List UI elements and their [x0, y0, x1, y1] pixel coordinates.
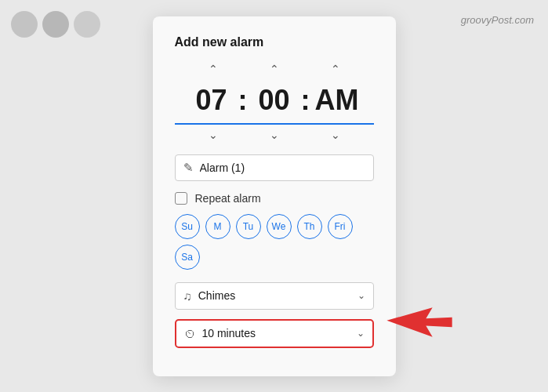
- snooze-value: 10 minutes: [202, 327, 357, 339]
- sound-value: Chimes: [198, 289, 357, 302]
- snooze-icon: ⏲: [184, 327, 196, 340]
- day-sunday[interactable]: Su: [175, 214, 200, 239]
- alarm-name-row: ✎: [175, 154, 374, 181]
- day-wednesday[interactable]: We: [267, 214, 292, 239]
- ampm-display[interactable]: AM: [314, 84, 361, 117]
- bg-circle-1: [11, 11, 38, 38]
- background-circles: [0, 0, 125, 47]
- time-picker: ⌃ ⌃ ⌃ 07 : 00 : AM ⌄ ⌄ ⌄: [175, 62, 374, 142]
- ampm-down-button[interactable]: ⌄: [325, 128, 347, 142]
- down-arrows-row: ⌄ ⌄ ⌄: [175, 128, 374, 142]
- repeat-label: Repeat alarm: [195, 192, 261, 205]
- sound-icon: ♫: [183, 289, 192, 303]
- sound-dropdown[interactable]: ♫ Chimes ⌄: [175, 282, 374, 310]
- watermark: groovyPost.com: [461, 14, 534, 26]
- bg-circle-2: [42, 11, 69, 38]
- minutes-down-button[interactable]: ⌄: [263, 128, 285, 142]
- panel-title: Add new alarm: [175, 35, 374, 49]
- day-saturday[interactable]: Sa: [175, 245, 200, 270]
- red-arrow-svg: [380, 304, 459, 343]
- minutes-up-button[interactable]: ⌃: [263, 62, 285, 76]
- colon-2: :: [298, 84, 314, 117]
- snooze-chevron-icon: ⌄: [357, 328, 365, 339]
- repeat-alarm-row: Repeat alarm: [175, 192, 374, 205]
- day-thursday[interactable]: Th: [297, 214, 322, 239]
- days-row: Su M Tu We Th Fri Sa: [175, 214, 374, 270]
- svg-marker-0: [387, 307, 452, 337]
- ampm-up-button[interactable]: ⌃: [325, 62, 347, 76]
- up-arrows-row: ⌃ ⌃ ⌃: [175, 62, 374, 76]
- sound-chevron-icon: ⌄: [357, 290, 365, 301]
- hours-down-button[interactable]: ⌄: [202, 128, 224, 142]
- snooze-dropdown[interactable]: ⏲ 10 minutes ⌄: [175, 319, 374, 348]
- day-friday[interactable]: Fri: [328, 214, 353, 239]
- alarm-name-input[interactable]: [200, 162, 365, 174]
- add-alarm-panel: Add new alarm ⌃ ⌃ ⌃ 07 : 00 : AM ⌄ ⌄ ⌄ ✎…: [153, 16, 396, 376]
- bg-circle-3: [74, 11, 100, 38]
- time-display: 07 : 00 : AM: [175, 79, 374, 125]
- hours-display[interactable]: 07: [188, 84, 235, 117]
- arrow-annotation: [380, 304, 459, 347]
- hours-up-button[interactable]: ⌃: [202, 62, 224, 76]
- day-tuesday[interactable]: Tu: [236, 214, 261, 239]
- day-monday[interactable]: M: [205, 214, 230, 239]
- repeat-checkbox[interactable]: [175, 192, 187, 205]
- colon-1: :: [235, 84, 251, 117]
- minutes-display[interactable]: 00: [251, 84, 298, 117]
- alarm-name-icon: ✎: [183, 161, 194, 175]
